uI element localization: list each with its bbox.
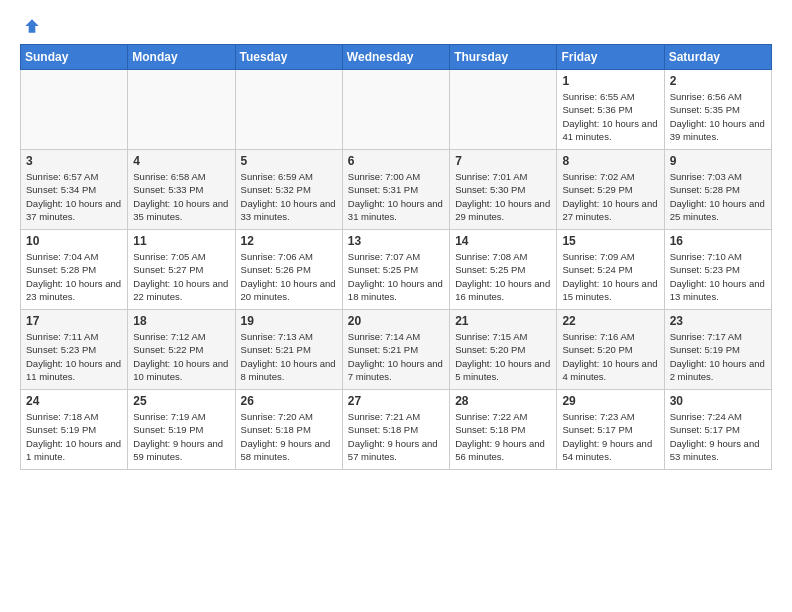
- calendar-header-thursday: Thursday: [450, 45, 557, 70]
- day-number: 15: [562, 234, 658, 248]
- day-number: 27: [348, 394, 444, 408]
- calendar-cell: [21, 70, 128, 150]
- day-info: Sunrise: 6:59 AM Sunset: 5:32 PM Dayligh…: [241, 170, 337, 223]
- header: [20, 16, 772, 36]
- calendar-cell: 28Sunrise: 7:22 AM Sunset: 5:18 PM Dayli…: [450, 390, 557, 470]
- day-info: Sunrise: 7:01 AM Sunset: 5:30 PM Dayligh…: [455, 170, 551, 223]
- calendar-cell: 22Sunrise: 7:16 AM Sunset: 5:20 PM Dayli…: [557, 310, 664, 390]
- day-number: 4: [133, 154, 229, 168]
- day-info: Sunrise: 6:56 AM Sunset: 5:35 PM Dayligh…: [670, 90, 766, 143]
- day-number: 22: [562, 314, 658, 328]
- day-info: Sunrise: 7:23 AM Sunset: 5:17 PM Dayligh…: [562, 410, 658, 463]
- day-info: Sunrise: 7:04 AM Sunset: 5:28 PM Dayligh…: [26, 250, 122, 303]
- calendar-header-friday: Friday: [557, 45, 664, 70]
- calendar-page: SundayMondayTuesdayWednesdayThursdayFrid…: [0, 0, 792, 486]
- day-info: Sunrise: 7:02 AM Sunset: 5:29 PM Dayligh…: [562, 170, 658, 223]
- day-number: 26: [241, 394, 337, 408]
- calendar-cell: 8Sunrise: 7:02 AM Sunset: 5:29 PM Daylig…: [557, 150, 664, 230]
- day-number: 1: [562, 74, 658, 88]
- day-number: 5: [241, 154, 337, 168]
- calendar-week-3: 10Sunrise: 7:04 AM Sunset: 5:28 PM Dayli…: [21, 230, 772, 310]
- calendar-cell: 30Sunrise: 7:24 AM Sunset: 5:17 PM Dayli…: [664, 390, 771, 470]
- day-number: 17: [26, 314, 122, 328]
- day-info: Sunrise: 7:22 AM Sunset: 5:18 PM Dayligh…: [455, 410, 551, 463]
- day-info: Sunrise: 7:11 AM Sunset: 5:23 PM Dayligh…: [26, 330, 122, 383]
- calendar-cell: 18Sunrise: 7:12 AM Sunset: 5:22 PM Dayli…: [128, 310, 235, 390]
- day-number: 18: [133, 314, 229, 328]
- calendar-cell: 21Sunrise: 7:15 AM Sunset: 5:20 PM Dayli…: [450, 310, 557, 390]
- day-info: Sunrise: 7:08 AM Sunset: 5:25 PM Dayligh…: [455, 250, 551, 303]
- day-number: 24: [26, 394, 122, 408]
- calendar-cell: 16Sunrise: 7:10 AM Sunset: 5:23 PM Dayli…: [664, 230, 771, 310]
- day-number: 20: [348, 314, 444, 328]
- day-info: Sunrise: 7:06 AM Sunset: 5:26 PM Dayligh…: [241, 250, 337, 303]
- day-info: Sunrise: 7:15 AM Sunset: 5:20 PM Dayligh…: [455, 330, 551, 383]
- calendar-week-1: 1Sunrise: 6:55 AM Sunset: 5:36 PM Daylig…: [21, 70, 772, 150]
- calendar-cell: 29Sunrise: 7:23 AM Sunset: 5:17 PM Dayli…: [557, 390, 664, 470]
- calendar-cell: 11Sunrise: 7:05 AM Sunset: 5:27 PM Dayli…: [128, 230, 235, 310]
- calendar-cell: 19Sunrise: 7:13 AM Sunset: 5:21 PM Dayli…: [235, 310, 342, 390]
- day-info: Sunrise: 7:16 AM Sunset: 5:20 PM Dayligh…: [562, 330, 658, 383]
- calendar-header-monday: Monday: [128, 45, 235, 70]
- day-info: Sunrise: 7:14 AM Sunset: 5:21 PM Dayligh…: [348, 330, 444, 383]
- calendar-header-wednesday: Wednesday: [342, 45, 449, 70]
- calendar-cell: 5Sunrise: 6:59 AM Sunset: 5:32 PM Daylig…: [235, 150, 342, 230]
- day-info: Sunrise: 7:20 AM Sunset: 5:18 PM Dayligh…: [241, 410, 337, 463]
- day-number: 14: [455, 234, 551, 248]
- calendar-cell: [342, 70, 449, 150]
- calendar-cell: 15Sunrise: 7:09 AM Sunset: 5:24 PM Dayli…: [557, 230, 664, 310]
- calendar-cell: [450, 70, 557, 150]
- day-info: Sunrise: 6:57 AM Sunset: 5:34 PM Dayligh…: [26, 170, 122, 223]
- svg-marker-0: [25, 19, 38, 32]
- day-number: 25: [133, 394, 229, 408]
- calendar-cell: 10Sunrise: 7:04 AM Sunset: 5:28 PM Dayli…: [21, 230, 128, 310]
- day-info: Sunrise: 7:00 AM Sunset: 5:31 PM Dayligh…: [348, 170, 444, 223]
- day-number: 16: [670, 234, 766, 248]
- day-info: Sunrise: 7:09 AM Sunset: 5:24 PM Dayligh…: [562, 250, 658, 303]
- calendar-cell: 13Sunrise: 7:07 AM Sunset: 5:25 PM Dayli…: [342, 230, 449, 310]
- day-info: Sunrise: 7:10 AM Sunset: 5:23 PM Dayligh…: [670, 250, 766, 303]
- day-number: 3: [26, 154, 122, 168]
- calendar-header-saturday: Saturday: [664, 45, 771, 70]
- calendar-cell: 1Sunrise: 6:55 AM Sunset: 5:36 PM Daylig…: [557, 70, 664, 150]
- calendar-week-4: 17Sunrise: 7:11 AM Sunset: 5:23 PM Dayli…: [21, 310, 772, 390]
- day-info: Sunrise: 7:07 AM Sunset: 5:25 PM Dayligh…: [348, 250, 444, 303]
- calendar-cell: 14Sunrise: 7:08 AM Sunset: 5:25 PM Dayli…: [450, 230, 557, 310]
- day-number: 10: [26, 234, 122, 248]
- day-number: 8: [562, 154, 658, 168]
- day-number: 6: [348, 154, 444, 168]
- day-number: 19: [241, 314, 337, 328]
- day-info: Sunrise: 6:55 AM Sunset: 5:36 PM Dayligh…: [562, 90, 658, 143]
- calendar-cell: 27Sunrise: 7:21 AM Sunset: 5:18 PM Dayli…: [342, 390, 449, 470]
- day-number: 11: [133, 234, 229, 248]
- day-info: Sunrise: 7:12 AM Sunset: 5:22 PM Dayligh…: [133, 330, 229, 383]
- day-info: Sunrise: 7:19 AM Sunset: 5:19 PM Dayligh…: [133, 410, 229, 463]
- calendar-cell: 4Sunrise: 6:58 AM Sunset: 5:33 PM Daylig…: [128, 150, 235, 230]
- logo-icon: [22, 16, 42, 36]
- day-number: 9: [670, 154, 766, 168]
- day-number: 21: [455, 314, 551, 328]
- day-info: Sunrise: 7:24 AM Sunset: 5:17 PM Dayligh…: [670, 410, 766, 463]
- calendar-cell: 7Sunrise: 7:01 AM Sunset: 5:30 PM Daylig…: [450, 150, 557, 230]
- calendar-table: SundayMondayTuesdayWednesdayThursdayFrid…: [20, 44, 772, 470]
- day-info: Sunrise: 7:05 AM Sunset: 5:27 PM Dayligh…: [133, 250, 229, 303]
- calendar-cell: 2Sunrise: 6:56 AM Sunset: 5:35 PM Daylig…: [664, 70, 771, 150]
- day-number: 12: [241, 234, 337, 248]
- calendar-cell: [235, 70, 342, 150]
- calendar-cell: 20Sunrise: 7:14 AM Sunset: 5:21 PM Dayli…: [342, 310, 449, 390]
- calendar-cell: 9Sunrise: 7:03 AM Sunset: 5:28 PM Daylig…: [664, 150, 771, 230]
- calendar-cell: 17Sunrise: 7:11 AM Sunset: 5:23 PM Dayli…: [21, 310, 128, 390]
- calendar-cell: 12Sunrise: 7:06 AM Sunset: 5:26 PM Dayli…: [235, 230, 342, 310]
- day-number: 28: [455, 394, 551, 408]
- day-number: 29: [562, 394, 658, 408]
- logo: [20, 16, 42, 36]
- day-info: Sunrise: 7:17 AM Sunset: 5:19 PM Dayligh…: [670, 330, 766, 383]
- calendar-cell: 26Sunrise: 7:20 AM Sunset: 5:18 PM Dayli…: [235, 390, 342, 470]
- calendar-cell: 25Sunrise: 7:19 AM Sunset: 5:19 PM Dayli…: [128, 390, 235, 470]
- calendar-header-sunday: Sunday: [21, 45, 128, 70]
- calendar-week-2: 3Sunrise: 6:57 AM Sunset: 5:34 PM Daylig…: [21, 150, 772, 230]
- calendar-cell: [128, 70, 235, 150]
- calendar-header-row: SundayMondayTuesdayWednesdayThursdayFrid…: [21, 45, 772, 70]
- day-info: Sunrise: 6:58 AM Sunset: 5:33 PM Dayligh…: [133, 170, 229, 223]
- day-info: Sunrise: 7:13 AM Sunset: 5:21 PM Dayligh…: [241, 330, 337, 383]
